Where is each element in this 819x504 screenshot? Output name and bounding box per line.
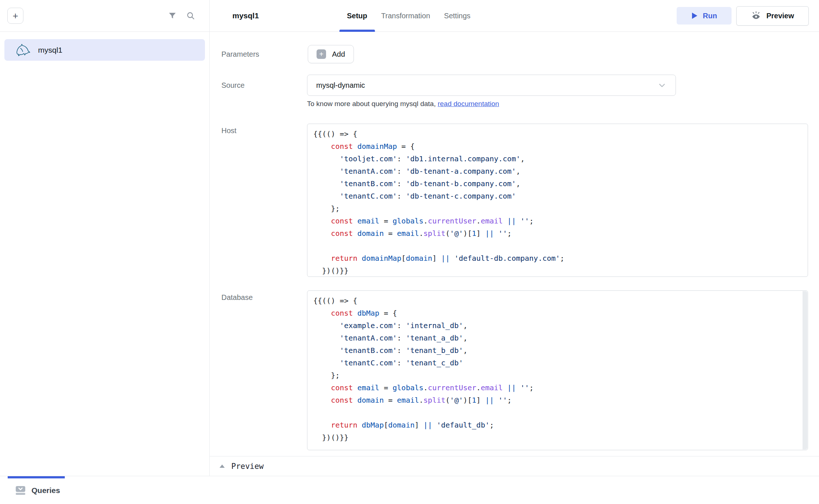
preview-section-label: Preview <box>231 462 264 471</box>
header-actions: Run Preview <box>677 0 809 31</box>
source-label: Source <box>221 75 244 96</box>
tab-transformation[interactable]: Transformation <box>381 0 430 31</box>
chevron-down-icon <box>657 80 667 90</box>
editor-tabs: Setup Transformation Settings <box>347 0 471 31</box>
parameters-label: Parameters <box>221 45 259 63</box>
database-editor-scrollbar[interactable] <box>803 291 807 450</box>
source-select[interactable]: mysql-dynamic <box>307 75 676 96</box>
read-documentation-link[interactable]: read documentation <box>438 100 499 108</box>
tab-setup-label: Setup <box>347 12 367 20</box>
database-code-editor[interactable]: {{(() => { const dbMap = { 'example.com'… <box>307 290 808 450</box>
sidebar-header: + <box>0 0 209 32</box>
page-title: mysql1 <box>232 0 259 31</box>
queries-sidebar: + mysql1 <box>0 0 210 476</box>
host-code: {{(() => { const domainMap = { 'tooljet.… <box>307 124 808 277</box>
tab-settings-label: Settings <box>444 12 470 20</box>
preview-button-label: Preview <box>766 12 794 20</box>
queries-panel-label: Queries <box>31 486 60 495</box>
play-icon <box>691 12 698 19</box>
add-parameter-button[interactable]: + Add <box>308 45 354 63</box>
tab-transformation-label: Transformation <box>381 12 430 20</box>
run-button[interactable]: Run <box>677 7 732 25</box>
queries-active-indicator <box>8 476 65 478</box>
preview-section-toggle[interactable]: Preview <box>210 456 819 476</box>
preview-button[interactable]: Preview <box>736 6 809 26</box>
bottom-panel: Queries <box>0 476 819 504</box>
query-item-label: mysql1 <box>38 46 63 54</box>
tab-settings[interactable]: Settings <box>444 0 470 31</box>
query-list-item-mysql1[interactable]: mysql1 <box>4 39 205 61</box>
host-label: Host <box>221 127 236 135</box>
run-button-label: Run <box>703 12 717 20</box>
main-header: mysql1 Setup Transformation Settings <box>210 0 819 32</box>
query-list: mysql1 <box>0 32 209 68</box>
plus-icon: + <box>317 49 326 59</box>
database-code: {{(() => { const dbMap = { 'example.com'… <box>307 291 808 447</box>
queries-panel-toggle[interactable]: Queries <box>15 486 60 495</box>
queries-panel-icon <box>15 486 26 495</box>
collapse-triangle-icon <box>220 464 225 468</box>
add-parameter-label: Add <box>332 50 345 59</box>
setup-form: Parameters + Add Source mysql-dynamic To… <box>210 32 819 476</box>
query-editor-main: mysql1 Setup Transformation Settings <box>210 0 819 476</box>
database-label: Database <box>221 293 253 302</box>
mysql-dolphin-icon <box>15 44 31 57</box>
query-editor-app: + mysql1 <box>0 0 819 504</box>
tab-setup[interactable]: Setup <box>347 0 367 31</box>
add-query-button[interactable]: + <box>7 8 23 24</box>
search-icon[interactable] <box>184 10 197 22</box>
eye-icon <box>751 11 761 20</box>
host-code-editor[interactable]: {{(() => { const domainMap = { 'tooljet.… <box>307 124 808 277</box>
source-help-prefix: To know more about querying mysql data, <box>307 100 438 108</box>
source-help-text: To know more about querying mysql data, … <box>307 100 499 108</box>
filter-icon[interactable] <box>166 10 179 22</box>
source-select-value: mysql-dynamic <box>316 81 365 90</box>
